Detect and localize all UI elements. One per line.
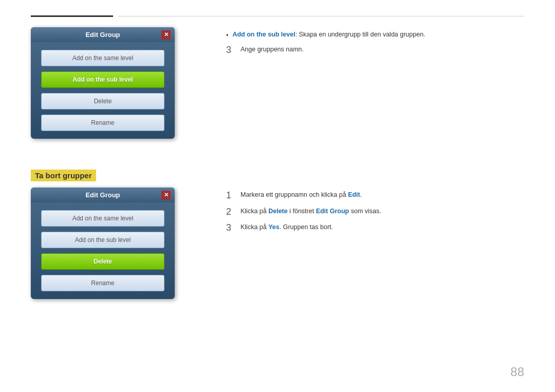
link-delete-2[interactable]: Delete (268, 208, 288, 215)
link-edit-group-2[interactable]: Edit Group (316, 208, 349, 215)
top-step-3: 3 Ange gruppens namn. (226, 45, 524, 56)
top-bullet-desc: : Skapa en undergrupp till den valda gru… (295, 31, 425, 38)
btn-add-sub-level-bottom[interactable]: Add on the sub level (41, 232, 164, 248)
step-text-top-3: Ange gruppens namn. (240, 45, 304, 54)
btn-delete-bottom[interactable]: Delete (41, 253, 164, 270)
dialog-title-bar-top: Edit Group ✕ (31, 27, 175, 42)
edit-group-dialog-top: Edit Group ✕ Add on the same level Add o… (31, 27, 175, 139)
step-text-bottom-3: Klicka på Yes. Gruppen tas bort. (240, 222, 333, 232)
dialog-title-bar-bottom: Edit Group ✕ (31, 188, 175, 202)
step-text-bottom-1: Markera ett gruppnamn och klicka på Edit… (240, 190, 362, 200)
dialog-close-btn-bottom[interactable]: ✕ (161, 191, 171, 200)
bottom-section: Ta bort grupper Edit Group ✕ Add on the … (31, 170, 524, 299)
btn-rename-top[interactable]: Rename (41, 115, 164, 131)
link-add-sub-level[interactable]: Add on the sub level (232, 31, 295, 38)
dialog-body-top: Add on the same level Add on the sub lev… (31, 42, 175, 139)
step-number-top-3: 3 (226, 45, 236, 56)
bottom-main-layout: Edit Group ✕ Add on the same level Add o… (31, 188, 524, 299)
edit-group-dialog-bottom: Edit Group ✕ Add on the same level Add o… (31, 188, 175, 299)
rule-dark (31, 15, 113, 17)
bottom-step-1: 1 Markera ett gruppnamn och klicka på Ed… (226, 190, 524, 201)
bottom-step-2: 2 Klicka på Delete i fönstret Edit Group… (226, 207, 524, 218)
bottom-step-3: 3 Klicka på Yes. Gruppen tas bort. (226, 222, 524, 234)
btn-add-sub-level-top[interactable]: Add on the sub level (41, 71, 164, 88)
top-rule (31, 15, 524, 17)
link-edit-1[interactable]: Edit (348, 191, 360, 198)
step-text-bottom-2: Klicka på Delete i fönstret Edit Group s… (240, 207, 381, 216)
btn-add-same-level-top[interactable]: Add on the same level (41, 50, 164, 66)
step-number-bottom-3: 3 (226, 222, 236, 234)
section-gap (31, 139, 524, 170)
top-bullet-item: • Add on the sub level: Skapa en undergr… (226, 30, 524, 41)
link-yes-3[interactable]: Yes (268, 223, 280, 231)
page-container: Edit Group ✕ Add on the same level Add o… (0, 0, 555, 392)
rule-light (118, 16, 524, 16)
bottom-right-col: 1 Markera ett gruppnamn och klicka på Ed… (226, 188, 524, 299)
top-right-col: • Add on the sub level: Skapa en undergr… (226, 27, 524, 139)
dialog-body-bottom: Add on the same level Add on the sub lev… (31, 202, 175, 299)
btn-add-same-level-bottom[interactable]: Add on the same level (41, 210, 164, 227)
bullet-dot-top: • (226, 31, 228, 41)
section-heading: Ta bort grupper (31, 170, 96, 181)
dialog-close-btn-top[interactable]: ✕ (161, 30, 171, 40)
page-number: 88 (510, 365, 524, 379)
top-left-col: Edit Group ✕ Add on the same level Add o… (31, 27, 206, 139)
dialog-title-bottom: Edit Group (85, 191, 120, 199)
btn-delete-top[interactable]: Delete (41, 93, 164, 109)
btn-rename-bottom[interactable]: Rename (41, 275, 164, 291)
step-number-bottom-1: 1 (226, 190, 236, 201)
top-bullet-text: Add on the sub level: Skapa en undergrup… (232, 30, 425, 40)
bottom-left-col: Edit Group ✕ Add on the same level Add o… (31, 188, 206, 299)
dialog-title-top: Edit Group (85, 31, 120, 39)
step-number-bottom-2: 2 (226, 207, 236, 218)
top-section: Edit Group ✕ Add on the same level Add o… (31, 27, 524, 139)
